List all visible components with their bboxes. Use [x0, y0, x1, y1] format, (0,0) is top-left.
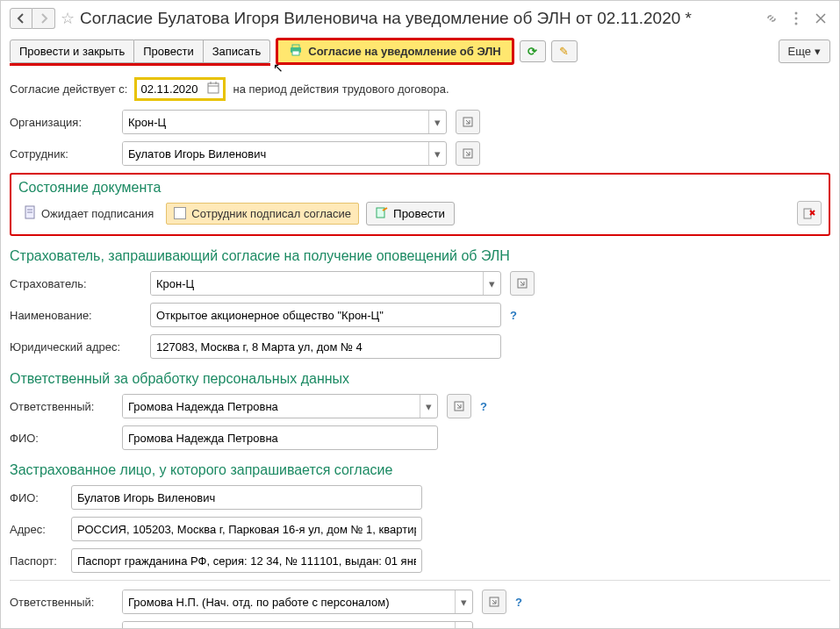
- employee-label: Сотрудник:: [10, 147, 113, 161]
- insurer-name-label: Наименование:: [10, 309, 141, 322]
- chevron-down-icon[interactable]: ▾: [420, 395, 437, 418]
- refresh-icon: ⟳: [528, 45, 537, 58]
- link-icon[interactable]: [762, 9, 781, 28]
- organization-label: Организация:: [10, 116, 113, 129]
- status-waiting: Ожидает подписания: [18, 202, 159, 225]
- svg-point-0: [795, 12, 798, 15]
- insurer-name-input[interactable]: [150, 303, 501, 327]
- responsible-fio-label: ФИО:: [10, 432, 113, 445]
- organization-combo[interactable]: ▾: [122, 110, 447, 134]
- delete-button[interactable]: [797, 201, 822, 225]
- employee-input[interactable]: [123, 142, 428, 165]
- checkbox[interactable]: [174, 207, 186, 219]
- chevron-down-icon[interactable]: ▾: [483, 272, 500, 295]
- responsible-input[interactable]: [123, 395, 420, 418]
- consent-notification-button[interactable]: Согласие на уведомление об ЭЛН: [276, 38, 513, 65]
- ellipsis-icon[interactable]: …: [455, 622, 472, 629]
- insured-addr-input[interactable]: [71, 517, 422, 541]
- nav-forward-button[interactable]: [32, 8, 55, 29]
- settings-icon: ✎: [559, 45, 569, 58]
- chevron-down-icon[interactable]: ▾: [455, 590, 472, 613]
- open-button[interactable]: [456, 141, 480, 166]
- post-icon: [376, 206, 388, 221]
- responsible-fio-input[interactable]: [122, 425, 438, 450]
- open-button[interactable]: [510, 271, 535, 296]
- chevron-down-icon[interactable]: ▾: [428, 142, 446, 165]
- svg-point-1: [795, 18, 798, 20]
- footer-resp-label: Ответственный:: [10, 596, 113, 609]
- help-icon[interactable]: ?: [515, 596, 522, 609]
- insurer-addr-label: Юридический адрес:: [10, 340, 141, 354]
- consent-date-suffix: на период действия трудового договора.: [233, 82, 449, 96]
- open-button[interactable]: [456, 110, 480, 134]
- insurer-combo[interactable]: ▾: [150, 271, 501, 296]
- employee-signed-toggle[interactable]: Сотрудник подписал согласие: [166, 203, 359, 225]
- insurer-section-title: Страхователь, запрашивающий согласие на …: [10, 248, 830, 264]
- status-section-title: Состояние документа: [18, 180, 822, 196]
- chevron-down-icon: ▾: [815, 45, 821, 58]
- footer-resp-combo[interactable]: ▾: [122, 590, 473, 614]
- post-close-button[interactable]: Провести и закрыть: [10, 39, 134, 63]
- chevron-down-icon[interactable]: ▾: [428, 111, 446, 133]
- favorite-icon[interactable]: ☆: [61, 9, 75, 28]
- employee-combo[interactable]: ▾: [122, 141, 447, 166]
- tools-button[interactable]: ✎: [551, 40, 578, 62]
- comment-input[interactable]: [123, 622, 455, 629]
- calendar-icon[interactable]: [204, 82, 219, 96]
- consent-date-field[interactable]: [134, 77, 226, 101]
- insured-section-title: Застрахованное лицо, у которого запрашив…: [10, 462, 830, 478]
- insurer-input[interactable]: [151, 272, 483, 295]
- open-button[interactable]: [482, 590, 506, 614]
- responsible-combo[interactable]: ▾: [122, 394, 438, 418]
- consent-date-input[interactable]: [140, 82, 204, 96]
- status-post-button[interactable]: Провести: [366, 202, 455, 225]
- post-button[interactable]: Провести: [134, 39, 204, 63]
- consent-date-label: Согласие действует с:: [10, 82, 127, 96]
- insured-fio-label: ФИО:: [10, 491, 62, 504]
- responsible-label: Ответственный:: [10, 400, 113, 413]
- responsible-section-title: Ответственный за обработку персональных …: [10, 371, 830, 387]
- insured-addr-label: Адрес:: [10, 523, 62, 536]
- page-title: Согласие Булатова Игоря Виленовича на ув…: [80, 9, 757, 28]
- refresh-button[interactable]: ⟳: [520, 40, 546, 62]
- printer-icon: [289, 44, 303, 59]
- separator: [10, 580, 830, 581]
- help-icon[interactable]: ?: [510, 309, 517, 322]
- comment-combo[interactable]: …: [122, 621, 473, 629]
- kebab-icon[interactable]: [786, 9, 806, 28]
- document-icon: [24, 205, 36, 222]
- footer-resp-input[interactable]: [123, 590, 455, 613]
- help-icon[interactable]: ?: [480, 400, 487, 413]
- open-button[interactable]: [447, 394, 471, 418]
- insured-passport-input[interactable]: [71, 548, 422, 573]
- insured-passport-label: Паспорт:: [10, 554, 62, 568]
- organization-input[interactable]: [123, 111, 428, 133]
- svg-rect-16: [804, 209, 811, 218]
- svg-rect-5: [292, 51, 299, 55]
- insurer-addr-input[interactable]: [150, 334, 501, 359]
- nav-back-button[interactable]: [10, 8, 32, 29]
- insured-fio-input[interactable]: [71, 485, 422, 510]
- insurer-label: Страхователь:: [10, 277, 141, 290]
- more-button[interactable]: Еще ▾: [779, 39, 830, 63]
- svg-rect-6: [208, 83, 219, 93]
- close-icon[interactable]: [811, 9, 830, 28]
- svg-point-2: [795, 23, 798, 25]
- save-button[interactable]: Записать: [204, 39, 271, 63]
